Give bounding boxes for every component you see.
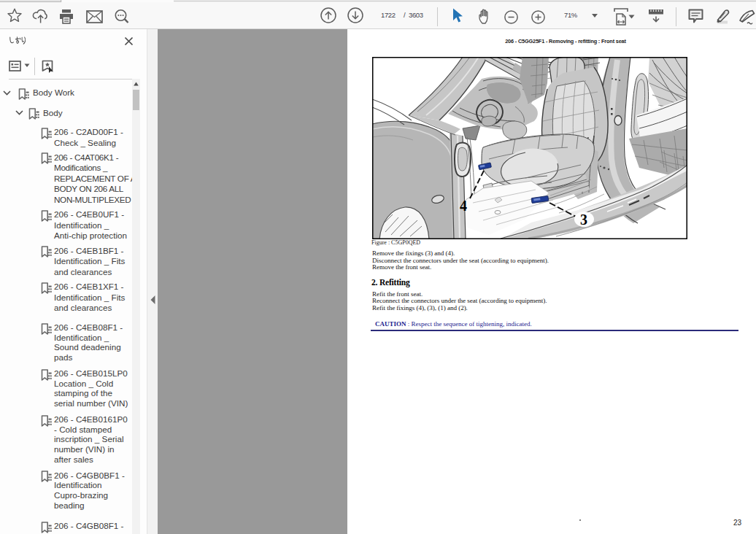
svg-text:4: 4	[460, 198, 467, 214]
svg-text:3: 3	[580, 212, 587, 228]
